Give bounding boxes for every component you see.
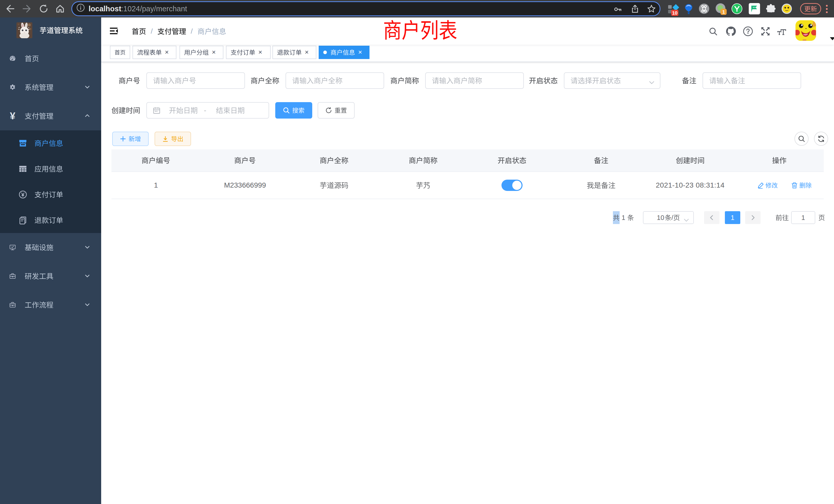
svg-text:10: 10 bbox=[672, 10, 677, 16]
svg-text:1: 1 bbox=[722, 9, 725, 15]
